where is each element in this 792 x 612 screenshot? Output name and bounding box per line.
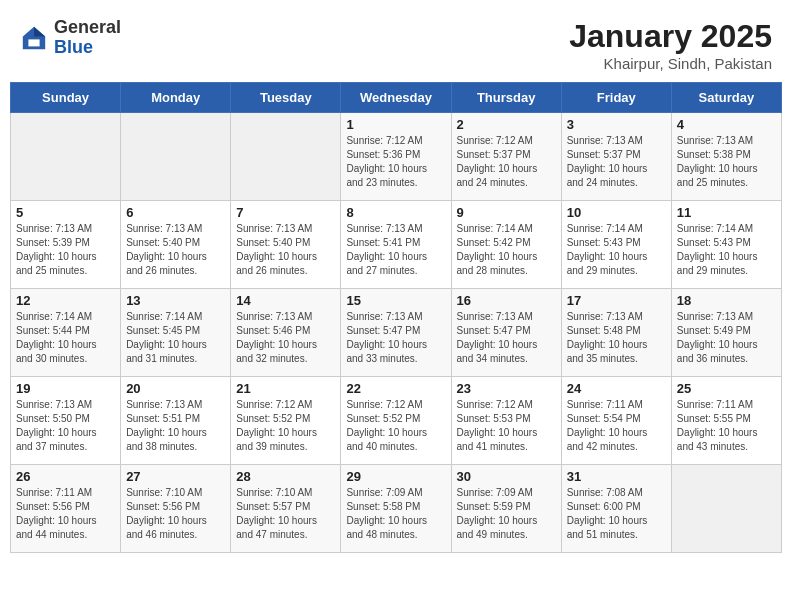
- calendar-cell: [671, 465, 781, 553]
- day-number: 1: [346, 117, 445, 132]
- calendar-cell: 6Sunrise: 7:13 AMSunset: 5:40 PMDaylight…: [121, 201, 231, 289]
- calendar-cell: 23Sunrise: 7:12 AMSunset: 5:53 PMDayligh…: [451, 377, 561, 465]
- calendar-cell: 4Sunrise: 7:13 AMSunset: 5:38 PMDaylight…: [671, 113, 781, 201]
- day-number: 5: [16, 205, 115, 220]
- weekday-header: Monday: [121, 83, 231, 113]
- day-number: 31: [567, 469, 666, 484]
- calendar-cell: 19Sunrise: 7:13 AMSunset: 5:50 PMDayligh…: [11, 377, 121, 465]
- day-number: 18: [677, 293, 776, 308]
- svg-marker-1: [34, 27, 45, 37]
- day-info: Sunrise: 7:13 AMSunset: 5:46 PMDaylight:…: [236, 310, 335, 366]
- calendar-cell: 14Sunrise: 7:13 AMSunset: 5:46 PMDayligh…: [231, 289, 341, 377]
- calendar-cell: 1Sunrise: 7:12 AMSunset: 5:36 PMDaylight…: [341, 113, 451, 201]
- calendar-cell: 29Sunrise: 7:09 AMSunset: 5:58 PMDayligh…: [341, 465, 451, 553]
- calendar-cell: 26Sunrise: 7:11 AMSunset: 5:56 PMDayligh…: [11, 465, 121, 553]
- day-info: Sunrise: 7:10 AMSunset: 5:57 PMDaylight:…: [236, 486, 335, 542]
- calendar-cell: 16Sunrise: 7:13 AMSunset: 5:47 PMDayligh…: [451, 289, 561, 377]
- day-info: Sunrise: 7:13 AMSunset: 5:50 PMDaylight:…: [16, 398, 115, 454]
- day-info: Sunrise: 7:13 AMSunset: 5:49 PMDaylight:…: [677, 310, 776, 366]
- day-info: Sunrise: 7:13 AMSunset: 5:40 PMDaylight:…: [126, 222, 225, 278]
- weekday-header-row: SundayMondayTuesdayWednesdayThursdayFrid…: [11, 83, 782, 113]
- page-header: General Blue January 2025 Khairpur, Sind…: [10, 10, 782, 76]
- month-title: January 2025: [569, 18, 772, 55]
- weekday-header: Wednesday: [341, 83, 451, 113]
- day-number: 4: [677, 117, 776, 132]
- calendar-cell: 10Sunrise: 7:14 AMSunset: 5:43 PMDayligh…: [561, 201, 671, 289]
- day-info: Sunrise: 7:11 AMSunset: 5:54 PMDaylight:…: [567, 398, 666, 454]
- calendar-cell: 31Sunrise: 7:08 AMSunset: 6:00 PMDayligh…: [561, 465, 671, 553]
- day-info: Sunrise: 7:14 AMSunset: 5:43 PMDaylight:…: [567, 222, 666, 278]
- calendar-cell: 2Sunrise: 7:12 AMSunset: 5:37 PMDaylight…: [451, 113, 561, 201]
- calendar-cell: [11, 113, 121, 201]
- day-number: 21: [236, 381, 335, 396]
- weekday-header: Saturday: [671, 83, 781, 113]
- calendar-cell: 27Sunrise: 7:10 AMSunset: 5:56 PMDayligh…: [121, 465, 231, 553]
- day-number: 22: [346, 381, 445, 396]
- day-info: Sunrise: 7:13 AMSunset: 5:40 PMDaylight:…: [236, 222, 335, 278]
- calendar-week-row: 26Sunrise: 7:11 AMSunset: 5:56 PMDayligh…: [11, 465, 782, 553]
- logo: General Blue: [20, 18, 121, 58]
- calendar-cell: 21Sunrise: 7:12 AMSunset: 5:52 PMDayligh…: [231, 377, 341, 465]
- calendar-cell: [231, 113, 341, 201]
- day-info: Sunrise: 7:14 AMSunset: 5:42 PMDaylight:…: [457, 222, 556, 278]
- day-info: Sunrise: 7:14 AMSunset: 5:44 PMDaylight:…: [16, 310, 115, 366]
- day-number: 29: [346, 469, 445, 484]
- day-info: Sunrise: 7:11 AMSunset: 5:56 PMDaylight:…: [16, 486, 115, 542]
- day-info: Sunrise: 7:13 AMSunset: 5:47 PMDaylight:…: [346, 310, 445, 366]
- day-number: 13: [126, 293, 225, 308]
- day-info: Sunrise: 7:13 AMSunset: 5:37 PMDaylight:…: [567, 134, 666, 190]
- day-info: Sunrise: 7:10 AMSunset: 5:56 PMDaylight:…: [126, 486, 225, 542]
- day-number: 24: [567, 381, 666, 396]
- calendar-cell: 8Sunrise: 7:13 AMSunset: 5:41 PMDaylight…: [341, 201, 451, 289]
- day-info: Sunrise: 7:09 AMSunset: 5:58 PMDaylight:…: [346, 486, 445, 542]
- day-number: 28: [236, 469, 335, 484]
- day-number: 26: [16, 469, 115, 484]
- logo-icon: [20, 24, 48, 52]
- day-info: Sunrise: 7:13 AMSunset: 5:51 PMDaylight:…: [126, 398, 225, 454]
- day-number: 2: [457, 117, 556, 132]
- day-number: 11: [677, 205, 776, 220]
- day-info: Sunrise: 7:12 AMSunset: 5:52 PMDaylight:…: [346, 398, 445, 454]
- calendar-cell: 11Sunrise: 7:14 AMSunset: 5:43 PMDayligh…: [671, 201, 781, 289]
- calendar-cell: 3Sunrise: 7:13 AMSunset: 5:37 PMDaylight…: [561, 113, 671, 201]
- day-number: 8: [346, 205, 445, 220]
- svg-rect-2: [28, 39, 39, 46]
- calendar-cell: 22Sunrise: 7:12 AMSunset: 5:52 PMDayligh…: [341, 377, 451, 465]
- calendar-cell: 25Sunrise: 7:11 AMSunset: 5:55 PMDayligh…: [671, 377, 781, 465]
- day-number: 15: [346, 293, 445, 308]
- day-info: Sunrise: 7:12 AMSunset: 5:52 PMDaylight:…: [236, 398, 335, 454]
- calendar-week-row: 5Sunrise: 7:13 AMSunset: 5:39 PMDaylight…: [11, 201, 782, 289]
- calendar-cell: 15Sunrise: 7:13 AMSunset: 5:47 PMDayligh…: [341, 289, 451, 377]
- day-number: 6: [126, 205, 225, 220]
- day-number: 14: [236, 293, 335, 308]
- weekday-header: Friday: [561, 83, 671, 113]
- calendar-cell: [121, 113, 231, 201]
- weekday-header: Tuesday: [231, 83, 341, 113]
- day-info: Sunrise: 7:12 AMSunset: 5:53 PMDaylight:…: [457, 398, 556, 454]
- calendar-cell: 28Sunrise: 7:10 AMSunset: 5:57 PMDayligh…: [231, 465, 341, 553]
- day-info: Sunrise: 7:09 AMSunset: 5:59 PMDaylight:…: [457, 486, 556, 542]
- day-info: Sunrise: 7:13 AMSunset: 5:39 PMDaylight:…: [16, 222, 115, 278]
- calendar-table: SundayMondayTuesdayWednesdayThursdayFrid…: [10, 82, 782, 553]
- calendar-cell: 17Sunrise: 7:13 AMSunset: 5:48 PMDayligh…: [561, 289, 671, 377]
- day-number: 27: [126, 469, 225, 484]
- day-info: Sunrise: 7:14 AMSunset: 5:43 PMDaylight:…: [677, 222, 776, 278]
- location-subtitle: Khairpur, Sindh, Pakistan: [569, 55, 772, 72]
- day-info: Sunrise: 7:08 AMSunset: 6:00 PMDaylight:…: [567, 486, 666, 542]
- day-info: Sunrise: 7:13 AMSunset: 5:48 PMDaylight:…: [567, 310, 666, 366]
- weekday-header: Sunday: [11, 83, 121, 113]
- title-block: January 2025 Khairpur, Sindh, Pakistan: [569, 18, 772, 72]
- calendar-cell: 7Sunrise: 7:13 AMSunset: 5:40 PMDaylight…: [231, 201, 341, 289]
- day-number: 10: [567, 205, 666, 220]
- calendar-cell: 24Sunrise: 7:11 AMSunset: 5:54 PMDayligh…: [561, 377, 671, 465]
- calendar-week-row: 1Sunrise: 7:12 AMSunset: 5:36 PMDaylight…: [11, 113, 782, 201]
- day-number: 20: [126, 381, 225, 396]
- weekday-header: Thursday: [451, 83, 561, 113]
- day-number: 25: [677, 381, 776, 396]
- day-info: Sunrise: 7:12 AMSunset: 5:36 PMDaylight:…: [346, 134, 445, 190]
- day-number: 3: [567, 117, 666, 132]
- calendar-cell: 30Sunrise: 7:09 AMSunset: 5:59 PMDayligh…: [451, 465, 561, 553]
- day-info: Sunrise: 7:12 AMSunset: 5:37 PMDaylight:…: [457, 134, 556, 190]
- day-number: 17: [567, 293, 666, 308]
- calendar-cell: 5Sunrise: 7:13 AMSunset: 5:39 PMDaylight…: [11, 201, 121, 289]
